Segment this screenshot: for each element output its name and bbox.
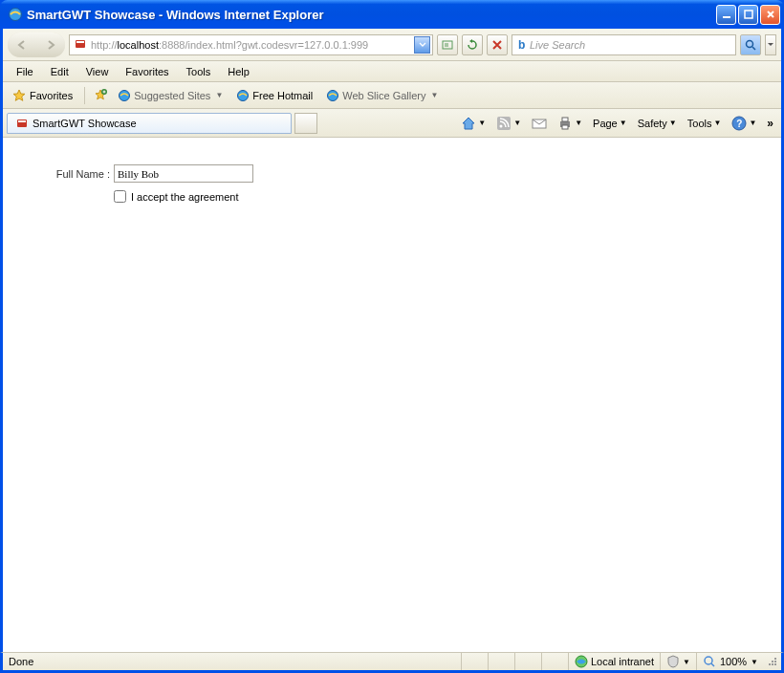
accept-checkbox[interactable] xyxy=(114,190,126,203)
url-text: http://localhost:8888/index.html?gwt.cod… xyxy=(91,39,414,51)
chevron-down-icon: ▼ xyxy=(478,119,486,127)
tab-icon xyxy=(15,117,29,130)
intranet-icon xyxy=(575,655,588,668)
new-tab-button[interactable] xyxy=(294,113,317,134)
status-cell xyxy=(514,653,541,670)
chevron-down-icon: ▼ xyxy=(430,91,438,99)
search-go-button[interactable] xyxy=(740,34,761,55)
svg-rect-4 xyxy=(76,41,84,43)
shield-icon xyxy=(666,655,680,668)
home-button[interactable]: ▼ xyxy=(457,114,490,133)
accept-label: I accept the agreement xyxy=(131,191,239,203)
free-hotmail-link[interactable]: Free Hotmail xyxy=(232,87,316,104)
svg-rect-18 xyxy=(562,118,568,121)
tab-bar: SmartGWT Showcase ▼ ▼ ▼ Page ▼ xyxy=(3,109,781,138)
zoom-value: 100% xyxy=(720,656,747,667)
menu-edit[interactable]: Edit xyxy=(43,64,76,79)
zoom-control[interactable]: 100% ▼ xyxy=(696,653,764,670)
feeds-button[interactable]: ▼ xyxy=(492,114,525,133)
fullname-row: Full Name : xyxy=(45,164,762,183)
tools-menu[interactable]: Tools ▼ xyxy=(684,116,726,131)
status-cell xyxy=(461,653,488,670)
print-button[interactable]: ▼ xyxy=(554,114,586,133)
mail-icon xyxy=(532,116,547,131)
star-icon xyxy=(12,89,26,102)
stop-button[interactable] xyxy=(487,34,508,55)
svg-rect-19 xyxy=(562,125,568,129)
security-zone[interactable]: Local intranet xyxy=(568,653,660,670)
chevron-down-icon: ▼ xyxy=(620,119,627,127)
close-button[interactable] xyxy=(760,5,780,25)
search-placeholder: Live Search xyxy=(530,39,731,51)
svg-rect-2 xyxy=(745,11,752,18)
chevron-down-icon: ▼ xyxy=(215,91,223,99)
ie-icon xyxy=(8,7,23,22)
add-favorite-icon[interactable] xyxy=(93,88,108,103)
overflow-button[interactable]: » xyxy=(763,117,777,130)
menu-file[interactable]: File xyxy=(9,64,41,79)
suggested-sites-link[interactable]: Suggested Sites ▼ xyxy=(114,87,227,104)
chevron-down-icon: ▼ xyxy=(751,658,758,666)
web-slice-link[interactable]: Web Slice Gallery ▼ xyxy=(322,87,442,104)
back-button[interactable] xyxy=(8,33,36,57)
titlebar[interactable]: SmartGWT Showcase - Windows Internet Exp… xyxy=(0,0,784,29)
browser-window: SmartGWT Showcase - Windows Internet Exp… xyxy=(0,0,784,673)
navigation-bar: http://localhost:8888/index.html?gwt.cod… xyxy=(3,29,781,61)
tab-smartgwt[interactable]: SmartGWT Showcase xyxy=(7,113,292,134)
site-icon xyxy=(74,37,89,53)
ie-small-icon xyxy=(118,89,131,102)
ie-small-icon xyxy=(326,89,339,102)
ie-small-icon xyxy=(236,89,250,102)
titlebar-buttons xyxy=(716,5,780,25)
resize-grip[interactable] xyxy=(764,658,777,666)
status-cell xyxy=(488,653,514,670)
favorites-button[interactable]: Favorites xyxy=(9,87,76,104)
maximize-button[interactable] xyxy=(738,5,758,25)
rss-icon xyxy=(496,116,512,131)
status-cell xyxy=(541,653,568,670)
help-button[interactable]: ? ▼ xyxy=(728,114,760,133)
svg-rect-1 xyxy=(723,16,730,18)
fullname-input[interactable] xyxy=(114,164,253,183)
protected-mode[interactable]: ▼ xyxy=(660,653,696,670)
home-icon xyxy=(461,116,476,131)
status-text: Done xyxy=(7,656,461,667)
refresh-button[interactable] xyxy=(462,34,483,55)
chevron-down-icon: ▼ xyxy=(683,658,690,666)
status-bar: Done Local intranet ▼ 100% ▼ xyxy=(0,652,784,673)
search-box[interactable]: b Live Search xyxy=(512,34,736,55)
window-title: SmartGWT Showcase - Windows Internet Exp… xyxy=(27,8,716,22)
content-area: Full Name : I accept the agreement xyxy=(0,138,784,652)
nav-arrows xyxy=(8,33,65,57)
menu-favorites[interactable]: Favorites xyxy=(118,64,176,79)
accept-row: I accept the agreement xyxy=(114,190,762,203)
menu-bar: File Edit View Favorites Tools Help xyxy=(3,61,781,82)
favorites-bar: Favorites Suggested Sites ▼ Free Hotmail… xyxy=(3,82,781,109)
bing-icon: b xyxy=(516,38,530,52)
chevron-down-icon: ▼ xyxy=(669,119,677,127)
page-menu[interactable]: Page ▼ xyxy=(589,116,631,131)
svg-rect-13 xyxy=(18,120,26,122)
menu-help[interactable]: Help xyxy=(220,64,257,79)
menu-tools[interactable]: Tools xyxy=(179,64,219,79)
safety-menu[interactable]: Safety ▼ xyxy=(634,116,681,131)
compat-view-button[interactable] xyxy=(437,34,458,55)
menu-view[interactable]: View xyxy=(78,64,117,79)
fullname-label: Full Name : xyxy=(45,168,110,180)
forward-button[interactable] xyxy=(36,33,65,57)
svg-point-15 xyxy=(500,124,503,127)
address-dropdown[interactable] xyxy=(414,36,430,54)
address-bar[interactable]: http://localhost:8888/index.html?gwt.cod… xyxy=(69,34,433,55)
search-dropdown[interactable] xyxy=(765,34,776,55)
svg-point-7 xyxy=(747,40,753,47)
separator xyxy=(84,87,85,104)
tab-title: SmartGWT Showcase xyxy=(33,118,137,129)
minimize-button[interactable] xyxy=(716,5,736,25)
form: Full Name : I accept the agreement xyxy=(3,138,781,222)
help-icon: ? xyxy=(731,116,747,131)
chevron-down-icon: ▼ xyxy=(749,119,756,127)
mail-button[interactable] xyxy=(528,114,551,133)
zoom-icon xyxy=(703,655,716,668)
print-icon xyxy=(557,116,573,131)
svg-point-23 xyxy=(705,657,712,664)
